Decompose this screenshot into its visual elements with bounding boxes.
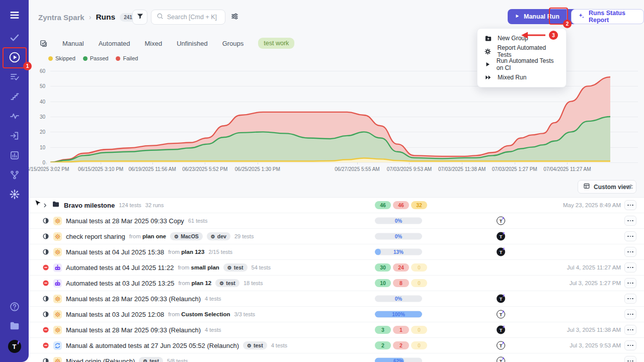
assignee-avatar[interactable]: T xyxy=(497,232,505,241)
sidebar-item-milestones[interactable] xyxy=(10,92,20,104)
table-row[interactable]: Mixed origin (Relaunch)⚙test5/8 tests62%… xyxy=(29,353,644,362)
tab-manual[interactable]: Manual xyxy=(62,40,84,47)
sidebar: T xyxy=(0,0,29,362)
run-title[interactable]: Manual tests at 28 Mar 2025 09:33 Copy xyxy=(66,217,184,225)
row-menu-button[interactable] xyxy=(624,340,636,350)
legend-label: Passed xyxy=(90,55,109,61)
row-menu-button[interactable] xyxy=(624,294,636,304)
table-row[interactable]: Manual tests at 28 Mar 2025 09:33 Copy61… xyxy=(29,213,644,229)
passed-count-badge: 3 xyxy=(375,326,391,334)
folder-icon xyxy=(52,200,60,210)
skipped-count-badge: 0 xyxy=(411,341,427,349)
sidebar-item-test-cases[interactable] xyxy=(9,72,20,84)
sidebar-item-projects[interactable] xyxy=(9,320,20,333)
run-title[interactable]: Mixed origin (Relaunch) xyxy=(66,357,135,362)
table-adjustments-icon[interactable] xyxy=(626,183,634,193)
run-title[interactable]: Automated tests at 03 Jul 2025 13:25 xyxy=(66,280,174,287)
run-title[interactable]: check report sharing xyxy=(66,233,125,240)
user-avatar[interactable]: T xyxy=(8,340,21,353)
adjustments-icon[interactable] xyxy=(230,12,239,23)
row-menu-button[interactable] xyxy=(624,200,636,210)
assignee-avatar[interactable]: T xyxy=(497,326,505,334)
assignee-avatar[interactable]: T xyxy=(497,357,505,362)
environment-tag: ⚙MacOS xyxy=(170,232,203,240)
table-row[interactable]: check report sharingfrom plan one⚙MacOS⚙… xyxy=(29,229,644,244)
run-source-plan: plan 12 xyxy=(192,280,212,286)
row-menu-button[interactable] xyxy=(624,216,636,226)
legend-dot xyxy=(48,56,53,61)
table-row[interactable]: Manual & automated tests at 27 Jun 2025 … xyxy=(29,338,644,353)
run-progress-bar: 0% xyxy=(375,233,422,240)
breadcrumb-project[interactable]: Zyntra Spark xyxy=(38,13,85,22)
tab-automated[interactable]: Automated xyxy=(99,40,130,47)
environment-tag: ⚙test xyxy=(215,279,239,287)
assignee-avatar[interactable]: T xyxy=(497,310,505,319)
sidebar-item-activity[interactable] xyxy=(9,111,20,124)
run-type-manual-icon xyxy=(53,326,62,334)
gear-icon: ⚙ xyxy=(219,281,224,286)
run-title[interactable]: Manual & automated tests at 27 Jun 2025 … xyxy=(66,342,239,349)
sidebar-item-import[interactable] xyxy=(10,131,20,143)
run-title[interactable]: Manual tests at 28 Mar 2025 09:33 (Relau… xyxy=(66,295,201,303)
assignee-avatar[interactable]: T xyxy=(497,248,505,256)
row-menu-button[interactable] xyxy=(624,278,636,288)
group-row[interactable]: Bravo milestone 124 tests 32 runs 46 46 … xyxy=(29,198,644,213)
page-title: Runs xyxy=(96,13,115,22)
assignee-avatar[interactable]: T xyxy=(497,217,505,225)
row-menu-button[interactable] xyxy=(624,325,636,335)
sidebar-item-settings[interactable] xyxy=(9,189,20,203)
run-title[interactable]: Manual tests at 03 Jul 2025 12:08 xyxy=(66,311,164,318)
table-row[interactable]: Manual tests at 28 Mar 2025 09:33 (Relau… xyxy=(29,322,644,338)
search-input[interactable] xyxy=(167,14,220,21)
run-title[interactable]: Manual tests at 28 Mar 2025 09:33 (Relau… xyxy=(66,326,201,334)
funnel-icon xyxy=(136,13,144,22)
run-timestamp: Jul 3, 2025 11:38 AM xyxy=(567,327,621,333)
tab-unfinished[interactable]: Unfinished xyxy=(177,40,207,47)
row-menu-button[interactable] xyxy=(624,262,636,273)
filter-button[interactable] xyxy=(132,10,147,25)
branching-icon xyxy=(10,170,20,182)
run-title[interactable]: Manual tests at 04 Jul 2025 15:38 xyxy=(66,248,164,256)
status-in-progress-icon xyxy=(42,311,49,318)
manual-run-button[interactable]: Manual Run xyxy=(508,9,567,24)
assignee-avatar[interactable]: T xyxy=(497,341,505,350)
chart-xtick-label: 07/03/2025 9:53 AM xyxy=(387,166,432,172)
table-row[interactable]: Automated tests at 04 Jul 2025 11:22from… xyxy=(29,260,644,276)
row-menu-button[interactable] xyxy=(624,231,636,241)
table-row[interactable]: Manual tests at 03 Jul 2025 12:08from Cu… xyxy=(29,307,644,322)
sidebar-item-menu[interactable] xyxy=(9,10,20,23)
table-row[interactable]: Manual tests at 28 Mar 2025 09:33 (Relau… xyxy=(29,291,644,307)
select-all-icon[interactable] xyxy=(39,39,48,48)
breadcrumb-separator: › xyxy=(89,13,92,21)
row-menu-button[interactable] xyxy=(624,309,636,319)
tab-groups[interactable]: Groups xyxy=(222,40,244,47)
menu-item-run-automated-tests-on-ci[interactable]: Run Automated Tests on CI xyxy=(477,58,566,71)
runs-status-report-button[interactable]: Runs Status Report xyxy=(571,9,644,24)
run-tests-count: 5/8 tests xyxy=(167,358,188,362)
run-source: from Custom Selection xyxy=(168,311,230,317)
table-row[interactable]: Automated tests at 03 Jul 2025 13:25from… xyxy=(29,276,644,291)
search-box[interactable] xyxy=(151,10,225,25)
tab-mixed[interactable]: Mixed xyxy=(145,40,163,47)
row-menu-button[interactable] xyxy=(624,247,636,257)
run-type-manual-icon xyxy=(53,248,62,256)
sidebar-item-reports[interactable] xyxy=(10,150,20,162)
menu-item-new-group[interactable]: New Group xyxy=(477,32,566,45)
chart-xtick xyxy=(462,162,462,164)
menu-item-mixed-run[interactable]: Mixed Run xyxy=(477,71,566,84)
menu-item-report-automated-tests[interactable]: Report Automated Tests xyxy=(477,45,566,58)
sidebar-item-branching[interactable] xyxy=(10,170,20,182)
active-filter-tag[interactable]: test work xyxy=(258,38,294,49)
chevron-right-icon[interactable] xyxy=(42,203,48,208)
table-row[interactable]: Manual tests at 04 Jul 2025 15:38from pl… xyxy=(29,244,644,260)
sidebar-item-help[interactable] xyxy=(9,302,20,314)
row-menu-button[interactable] xyxy=(624,356,636,362)
sidebar-item-play-circle[interactable] xyxy=(8,51,21,66)
menu-icon xyxy=(9,10,20,23)
group-result-badges: 46 46 32 xyxy=(375,201,427,209)
run-tests-count: 29 tests xyxy=(234,233,254,239)
sidebar-item-check[interactable] xyxy=(9,33,20,45)
run-title[interactable]: Automated tests at 04 Jul 2025 11:22 xyxy=(66,264,174,272)
assignee-avatar[interactable]: T xyxy=(497,295,505,303)
run-progress-bar: 0% xyxy=(375,218,422,224)
